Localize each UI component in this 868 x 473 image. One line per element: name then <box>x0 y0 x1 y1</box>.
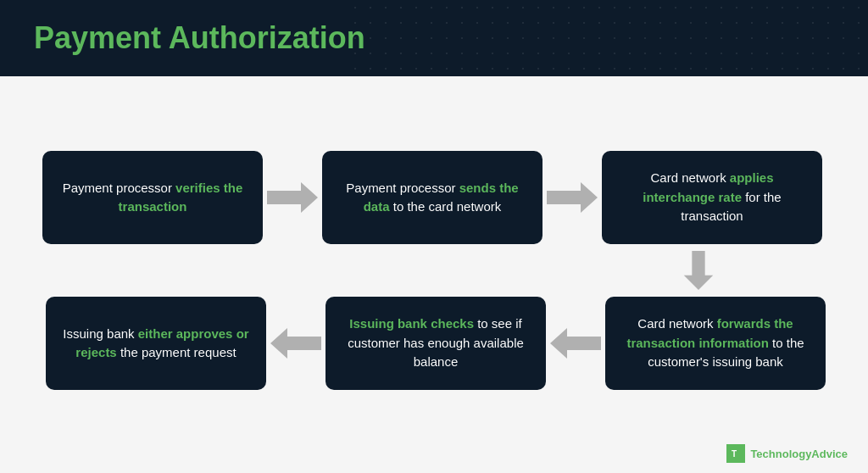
box-4-text: Card network forwards the transaction in… <box>622 314 809 372</box>
svg-marker-2 <box>684 251 714 290</box>
logo-prefix: Technology <box>750 448 811 460</box>
arrow-down-connector <box>42 249 826 292</box>
box-6: Issuing bank either approves or rejects … <box>46 297 266 390</box>
page-title: Payment Authorization <box>34 20 365 56</box>
title-plain: Payment <box>34 20 169 55</box>
box-5: Issuing bank checks to see if customer h… <box>326 297 546 390</box>
box-3-emphasis: applies interchange rate <box>643 170 773 204</box>
logo-text: TechnologyAdvice <box>750 448 848 460</box>
logo: T TechnologyAdvice <box>726 444 848 463</box>
box-2-text: Payment processor sends the data to the … <box>339 179 526 217</box>
arrow-1-to-2 <box>263 181 322 214</box>
svg-marker-0 <box>267 182 318 213</box>
svg-marker-4 <box>270 328 321 359</box>
box-5-emphasis: Issuing bank checks <box>349 316 474 331</box>
box-6-text: Issuing bank either approves or rejects … <box>63 325 249 363</box>
box-2-emphasis: sends the data <box>364 181 519 214</box>
arrow-3-to-4 <box>682 249 715 292</box>
arrow-2-to-3 <box>542 181 602 214</box>
box-1-emphasis: verifies the transaction <box>119 181 243 214</box>
svg-marker-3 <box>550 328 601 359</box>
flow-row-1: Payment processor verifies the transacti… <box>42 151 826 244</box>
logo-icon: T <box>726 444 745 463</box>
svg-marker-1 <box>547 182 598 213</box>
logo-suffix: Advice <box>811 448 848 460</box>
title-emphasis: Authorization <box>169 20 365 55</box>
flow-row-2: Card network forwards the transaction in… <box>42 297 826 390</box>
box-3: Card network applies interchange rate fo… <box>602 151 822 244</box>
box-3-text: Card network applies interchange rate fo… <box>619 169 805 226</box>
header-bg-decoration <box>348 0 868 76</box>
header: Payment Authorization <box>0 0 868 76</box>
box-2: Payment processor sends the data to the … <box>322 151 542 244</box>
arrow-5-to-6 <box>266 326 326 360</box>
box-5-text: Issuing bank checks to see if customer h… <box>342 314 529 372</box>
box-1-text: Payment processor verifies the transacti… <box>59 179 246 217</box>
svg-text:T: T <box>732 449 737 459</box>
main-content: Payment processor verifies the transacti… <box>0 76 868 473</box>
box-4-emphasis: forwards the transaction information <box>626 316 793 350</box>
box-1: Payment processor verifies the transacti… <box>42 151 263 244</box>
arrow-4-to-5 <box>546 326 605 360</box>
box-6-emphasis: either approves or rejects <box>75 326 248 360</box>
flow-diagram: Payment processor verifies the transacti… <box>42 151 826 390</box>
box-4: Card network forwards the transaction in… <box>605 297 826 390</box>
